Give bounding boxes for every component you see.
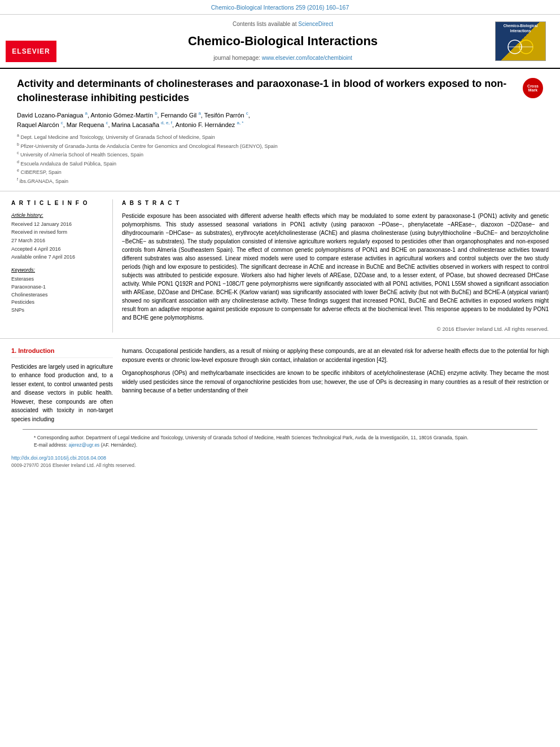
article-info-abstract-area: A R T I C L E I N F O Article history: R…: [0, 191, 560, 339]
copyright: © 2016 Elsevier Ireland Ltd. All rights …: [122, 325, 549, 333]
elsevier-logo: ELSEVIER: [6, 41, 56, 62]
footnote-wrapper: * Corresponding author. Department of Le…: [0, 429, 560, 451]
footnote-text: * Corresponding author. Department of Le…: [34, 434, 526, 442]
author-email[interactable]: ajerez@ugr.es: [68, 442, 99, 448]
journal-title-area: Contents lists available at ScienceDirec…: [79, 20, 487, 63]
intro-left-column: 1. Introduction Pesticides are largely u…: [11, 347, 113, 423]
history-title: Article history:: [11, 212, 106, 219]
authors-list: David Lozano-Paniagua a, Antonio Gómez-M…: [17, 110, 543, 129]
history-item-4: Available online 7 April 2016: [11, 254, 106, 261]
article-title-area: Activity and determinants of cholinester…: [17, 77, 543, 104]
footnote: * Corresponding author. Department of Le…: [23, 429, 537, 451]
article-header: Activity and determinants of cholinester…: [0, 69, 560, 191]
affiliations: a Dept. Legal Medicine and Toxicology, U…: [17, 133, 543, 185]
journal-logo-area: Chemico-BiologicalInteractions: [492, 20, 549, 63]
keywords-section: Keywords: Esterases Paraoxonase-1 Cholin…: [11, 267, 106, 314]
crossmark-icon: CrossMark: [523, 78, 543, 98]
sciencedirect-link[interactable]: ScienceDirect: [298, 21, 333, 27]
crossmark-badge[interactable]: CrossMark: [523, 78, 543, 98]
publisher-logo-area: ELSEVIER: [6, 20, 73, 63]
footer: http://dx.doi.org/10.1016/j.cbi.2016.04.…: [0, 451, 560, 473]
keyword-3: Pesticides: [11, 299, 106, 306]
sciencedirect-line: Contents lists available at ScienceDirec…: [233, 20, 333, 28]
journal-logo: Chemico-BiologicalInteractions: [495, 21, 546, 61]
article-info-heading: A R T I C L E I N F O: [11, 199, 106, 207]
keyword-2: Cholinesterases: [11, 291, 106, 299]
abstract-body: Pesticide exposure has been associated w…: [122, 212, 549, 322]
article-info-panel: A R T I C L E I N F O Article history: R…: [11, 199, 113, 333]
abstract-heading: A B S T R A C T: [122, 199, 549, 207]
journal-logo-text: Chemico-BiologicalInteractions: [497, 24, 544, 33]
issn-line: 0009-2797/© 2016 Elsevier Ireland Ltd. A…: [11, 462, 549, 469]
journal-homepage: journal homepage: www.elsevier.com/locat…: [213, 54, 352, 62]
keywords-heading: Keywords:: [11, 267, 106, 274]
journal-title: Chemico-Biological Interactions: [188, 33, 378, 50]
email-line: E-mail address: ajerez@ugr.es (AF. Herná…: [34, 442, 526, 449]
keyword-4: SNPs: [11, 307, 106, 314]
intro-left-text: Pesticides are largely used in agricultu…: [11, 362, 113, 424]
journal-citation: Chemico-Biological Interactions 259 (201…: [0, 0, 560, 15]
abstract-panel: A B S T R A C T Pesticide exposure has b…: [122, 199, 549, 333]
introduction-area: 1. Introduction Pesticides are largely u…: [0, 339, 560, 429]
intro-heading: 1. Introduction: [11, 347, 113, 357]
history-item-2: 27 March 2016: [11, 237, 106, 244]
intro-right-para2: Organophosphorus (OPs) and methylcarbama…: [122, 369, 549, 395]
keyword-0: Esterases: [11, 276, 106, 283]
article-title: Activity and determinants of cholinester…: [17, 77, 517, 104]
intro-right-column: humans. Occupational pesticide handlers,…: [122, 347, 549, 423]
history-item-0: Received 12 January 2016: [11, 221, 106, 228]
journal-homepage-link[interactable]: www.elsevier.com/locate/chembioint: [262, 55, 352, 61]
journal-header: ELSEVIER Contents lists available at Sci…: [0, 15, 560, 69]
keyword-1: Paraoxonase-1: [11, 283, 106, 291]
doi-link[interactable]: http://dx.doi.org/10.1016/j.cbi.2016.04.…: [11, 455, 106, 461]
article-history: Article history: Received 12 January 201…: [11, 212, 106, 261]
intro-right-para1: humans. Occupational pesticide handlers,…: [122, 347, 549, 364]
history-item-3: Accepted 4 April 2016: [11, 246, 106, 253]
history-item-1: Received in revised form: [11, 229, 106, 236]
journal-logo-graphic: [504, 36, 537, 58]
